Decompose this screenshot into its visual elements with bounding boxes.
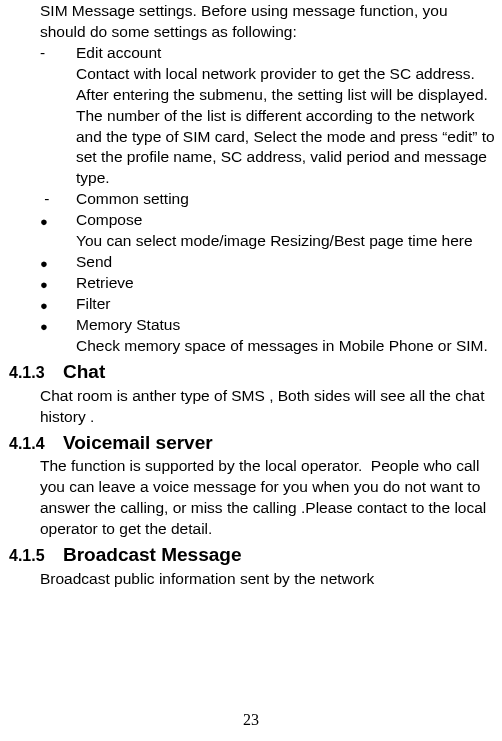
- heading-number: 4.1.4: [6, 433, 63, 455]
- section-4-1-4-body: The function is supported by the local o…: [40, 456, 496, 540]
- item-compose: ● Compose: [40, 210, 496, 231]
- send-title: Send: [76, 252, 496, 273]
- retrieve-title: Retrieve: [76, 273, 496, 294]
- heading-title: Voicemail server: [63, 430, 213, 456]
- page-content: SIM Message settings. Before using messa…: [0, 0, 502, 741]
- bullet-icon: ●: [40, 253, 76, 274]
- heading-title: Broadcast Message: [63, 542, 241, 568]
- settings-list: - Edit account Contact with local networ…: [40, 43, 496, 357]
- section-4-1-5-body: Broadcast public information sent by the…: [40, 569, 496, 590]
- heading-number: 4.1.3: [6, 362, 63, 384]
- compose-desc: You can select mode/image Resizing/Best …: [76, 231, 496, 252]
- section-4-1-3-body: Chat room is anther type of SMS , Both s…: [40, 386, 496, 428]
- item-common-setting: - Common setting: [40, 189, 496, 210]
- edit-account-title: Edit account: [76, 43, 496, 64]
- intro-paragraph: SIM Message settings. Before using messa…: [40, 1, 496, 43]
- item-filter: ● Filter: [40, 294, 496, 315]
- bullet-icon: ●: [40, 295, 76, 316]
- common-setting-title: Common setting: [76, 189, 496, 210]
- bullet-icon: ●: [40, 316, 76, 337]
- bullet-icon: ●: [40, 274, 76, 295]
- heading-title: Chat: [63, 359, 105, 385]
- bullet-icon: ●: [40, 211, 76, 232]
- edit-account-desc: Contact with local network provider to g…: [76, 64, 496, 190]
- heading-4-1-5: 4.1.5 Broadcast Message: [6, 542, 496, 568]
- item-send: ● Send: [40, 252, 496, 273]
- item-edit-account: - Edit account: [40, 43, 496, 64]
- filter-title: Filter: [76, 294, 496, 315]
- dash-marker: -: [40, 189, 76, 210]
- item-retrieve: ● Retrieve: [40, 273, 496, 294]
- dash-marker: -: [40, 43, 76, 64]
- memory-status-title: Memory Status: [76, 315, 496, 336]
- page-number: 23: [0, 709, 502, 731]
- memory-status-desc: Check memory space of messages in Mobile…: [76, 336, 496, 357]
- heading-4-1-3: 4.1.3 Chat: [6, 359, 496, 385]
- item-memory-status: ● Memory Status: [40, 315, 496, 336]
- heading-4-1-4: 4.1.4 Voicemail server: [6, 430, 496, 456]
- heading-number: 4.1.5: [6, 545, 63, 567]
- compose-title: Compose: [76, 210, 496, 231]
